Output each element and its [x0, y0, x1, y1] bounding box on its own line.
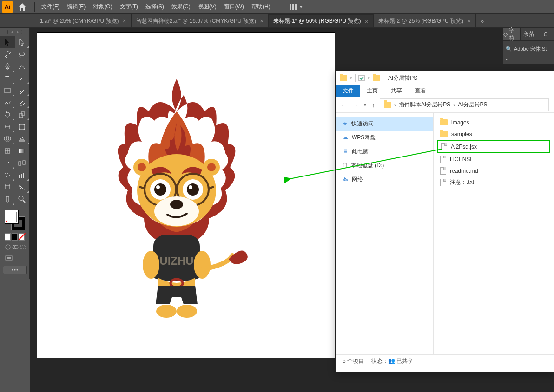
folder-icon — [440, 119, 448, 125]
file-item[interactable]: 注意：.txt — [434, 176, 554, 188]
nav-forward[interactable]: → — [352, 101, 358, 109]
edit-toolbar-button[interactable] — [3, 266, 27, 274]
rectangle-tool[interactable] — [0, 85, 15, 97]
menu-file[interactable]: 文件(F) — [38, 1, 63, 13]
free-transform-tool[interactable] — [15, 121, 30, 133]
menu-select[interactable]: 选择(S) — [142, 1, 168, 13]
nav-back[interactable]: ← — [341, 101, 347, 109]
shape-builder-tool[interactable] — [0, 133, 15, 145]
direct-selection-tool[interactable] — [15, 36, 30, 48]
artboard-tool[interactable] — [0, 181, 15, 193]
file-item-jsx[interactable]: Ai2Psd.jsx — [441, 141, 546, 152]
panel-grip[interactable] — [7, 30, 22, 34]
svg-rect-35 — [21, 174, 22, 178]
type-tool[interactable]: T — [0, 72, 15, 85]
workspace-selector[interactable]: ▼ — [290, 4, 303, 10]
svg-rect-16 — [20, 124, 24, 129]
app-titlebar: Ai 文件(F) 编辑(E) 对象(O) 文字(T) 选择(S) 效果(C) 视… — [0, 0, 554, 14]
sidebar-disk-d[interactable]: ⛁本地磁盘 (D:) — [336, 158, 433, 172]
nav-recent[interactable]: ▼ — [363, 103, 367, 107]
svg-rect-36 — [23, 173, 24, 178]
font-family-field[interactable]: Adobe 宋体 St — [514, 46, 547, 52]
close-icon[interactable]: × — [467, 17, 471, 25]
svg-rect-7 — [292, 8, 294, 10]
lasso-tool[interactable] — [15, 48, 30, 60]
ribbon-view[interactable]: 查看 — [409, 85, 433, 97]
svg-rect-27 — [19, 162, 21, 165]
file-item-folder[interactable]: samples — [434, 128, 554, 140]
mesh-tool[interactable] — [0, 145, 15, 157]
pen-tool[interactable] — [0, 60, 15, 72]
hand-tool[interactable] — [0, 193, 15, 205]
gradient-tool[interactable] — [15, 145, 30, 157]
menu-view[interactable]: 视图(V) — [194, 1, 220, 13]
line-tool[interactable] — [15, 72, 30, 85]
disk-icon: ⛁ — [343, 162, 347, 169]
width-tool[interactable] — [0, 121, 15, 133]
sidebar-wps[interactable]: ☁WPS网盘 — [336, 131, 433, 144]
zoom-tool[interactable] — [15, 193, 30, 205]
menu-edit[interactable]: 编辑(E) — [63, 1, 89, 13]
menu-type[interactable]: 文字(T) — [116, 1, 142, 13]
menu-effect[interactable]: 效果(C) — [168, 1, 194, 13]
menu-window[interactable]: 窗口(W) — [220, 1, 248, 13]
artboard[interactable]: UIZHU — [37, 33, 335, 358]
scale-tool[interactable] — [15, 109, 30, 121]
eyedropper-tool[interactable] — [0, 157, 15, 169]
sidebar-network[interactable]: 🖧网络 — [336, 172, 433, 186]
close-icon[interactable]: × — [123, 17, 126, 25]
paintbrush-tool[interactable] — [15, 85, 30, 97]
panel-tab-paragraph[interactable]: 段落 — [520, 28, 537, 40]
address-bar[interactable]: › 插件脚本AI分层转PS › AI分层转PS — [380, 98, 549, 111]
swatch-none[interactable] — [19, 233, 25, 241]
draw-normal-icon[interactable] — [5, 243, 11, 251]
selection-tool[interactable] — [0, 36, 15, 48]
column-graph-tool[interactable] — [15, 169, 30, 181]
tab-doc1[interactable]: 1.ai* @ 25% (CMYK/GPU 预览)× — [35, 14, 132, 27]
svg-rect-3 — [290, 6, 291, 8]
tab-doc2[interactable]: 智慧网吉祥物2.ai* @ 16.67% (CMYK/GPU 预览)× — [132, 14, 269, 27]
svg-point-63 — [189, 185, 192, 189]
symbol-sprayer-tool[interactable] — [0, 169, 15, 181]
folder-icon — [340, 75, 347, 81]
blend-tool[interactable] — [15, 157, 30, 169]
file-item[interactable]: readme.md — [434, 165, 554, 176]
svg-point-60 — [156, 185, 160, 189]
svg-line-43 — [23, 200, 25, 203]
panel-tab-c[interactable]: C — [537, 28, 554, 40]
svg-point-29 — [5, 173, 6, 174]
close-icon[interactable]: × — [364, 18, 368, 25]
tab-doc3[interactable]: 未标题-1* @ 50% (RGB/GPU 预览)× — [269, 14, 373, 27]
ribbon-file[interactable]: 文件 — [336, 85, 360, 97]
tab-doc4[interactable]: 未标题-2 @ 25% (RGB/GPU 预览)× — [374, 14, 476, 27]
font-style-field[interactable]: - — [506, 56, 508, 62]
draw-inside-icon[interactable] — [20, 243, 26, 251]
draw-behind-icon[interactable] — [12, 243, 19, 251]
shaper-tool[interactable] — [0, 97, 15, 109]
perspective-grid-tool[interactable] — [15, 133, 30, 145]
swatch-black[interactable] — [12, 233, 18, 241]
rotate-tool[interactable] — [0, 109, 15, 121]
menu-help[interactable]: 帮助(H) — [248, 1, 274, 13]
explorer-titlebar[interactable]: ▾ ▾ AI分层转PS — [336, 71, 554, 85]
svg-point-44 — [6, 245, 10, 249]
menu-object[interactable]: 对象(O) — [89, 1, 116, 13]
magic-wand-tool[interactable] — [0, 48, 15, 60]
eraser-tool[interactable] — [15, 97, 30, 109]
ribbon-home[interactable]: 主页 — [360, 85, 384, 97]
tabs-overflow[interactable]: » — [476, 14, 488, 27]
screen-mode-icon[interactable] — [5, 255, 13, 262]
home-icon[interactable] — [17, 1, 28, 13]
panel-tab-character[interactable]: ◇字符 — [503, 28, 520, 40]
file-item-folder[interactable]: images — [434, 117, 554, 128]
close-icon[interactable]: × — [260, 17, 264, 25]
ribbon-share[interactable]: 共享 — [384, 85, 409, 97]
slice-tool[interactable] — [15, 181, 30, 193]
fill-swatch[interactable] — [5, 210, 19, 224]
sidebar-this-pc[interactable]: 🖥此电脑 — [336, 144, 433, 158]
sidebar-quick-access[interactable]: ★快速访问 — [336, 117, 433, 131]
nav-up[interactable]: ↑ — [372, 101, 375, 109]
swatch-white[interactable] — [5, 233, 11, 241]
file-item[interactable]: LICENSE — [434, 153, 554, 165]
curvature-tool[interactable] — [15, 60, 30, 72]
